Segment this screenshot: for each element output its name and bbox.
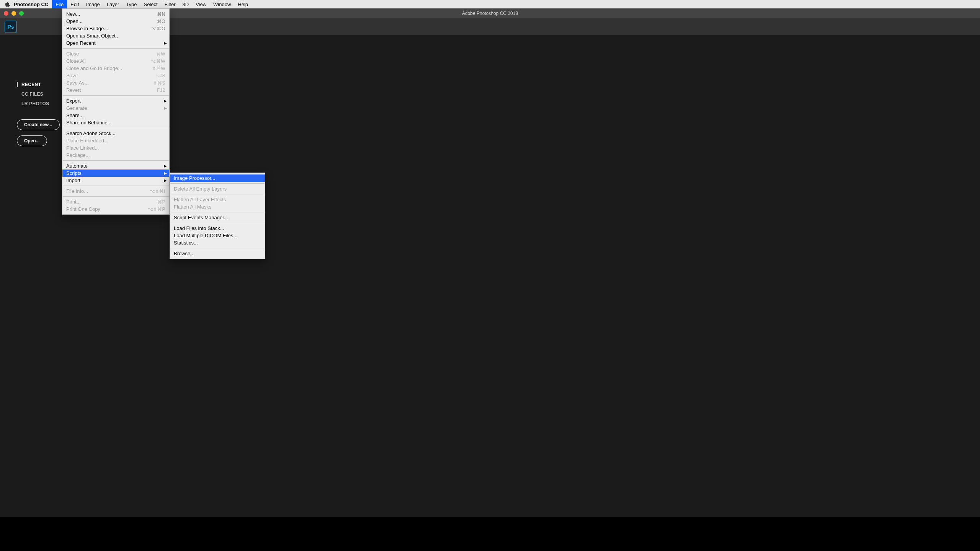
apple-logo-icon [5, 2, 10, 7]
menu-item-label: Share... [66, 112, 165, 118]
file-menu-item-open[interactable]: Open...⌘O [62, 18, 169, 25]
dock-area [0, 517, 980, 551]
scripts-menu-item-load-files-into-stack[interactable]: Load Files into Stack... [170, 225, 265, 232]
file-menu-item-automate[interactable]: Automate▶ [62, 162, 169, 170]
menu-item-label: Image Processor... [174, 175, 261, 181]
file-menu-item-export[interactable]: Export▶ [62, 97, 169, 104]
submenu-arrow-icon: ▶ [164, 171, 167, 175]
menu-item-shortcut: ⌘W [156, 51, 165, 57]
menu-item-label: Open as Smart Object... [66, 33, 165, 39]
file-menu-item-browse-in-bridge[interactable]: Browse in Bridge...⌥⌘O [62, 25, 169, 32]
menu-item-label: File Info... [66, 188, 150, 194]
menu-file[interactable]: File [52, 0, 67, 8]
menu-item-shortcut: ⌥⌘W [150, 59, 165, 64]
menu-item-label: Share on Behance... [66, 120, 165, 126]
menu-item-shortcut: ⌘P [157, 199, 165, 205]
menu-item-label: Place Linked... [66, 145, 165, 151]
file-menu-item-open-recent[interactable]: Open Recent▶ [62, 39, 169, 47]
menu-item-label: Open Recent [66, 40, 165, 46]
ps-home-icon[interactable]: Ps [5, 21, 17, 33]
file-menu-item-share[interactable]: Share... [62, 112, 169, 119]
window-title: Adobe Photoshop CC 2018 [462, 11, 518, 16]
file-menu-item-open-as-smart-object[interactable]: Open as Smart Object... [62, 32, 169, 39]
menu-help[interactable]: Help [234, 0, 252, 8]
file-menu-item-revert: RevertF12 [62, 86, 169, 94]
menu-item-shortcut: ⌥⇧⌘P [148, 207, 165, 212]
window-traffic-lights[interactable] [4, 11, 24, 16]
file-menu-item-place-embedded: Place Embedded... [62, 137, 169, 144]
menu-item-label: Print... [66, 199, 157, 205]
menu-type[interactable]: Type [122, 0, 140, 8]
menu-layer[interactable]: Layer [103, 0, 123, 8]
file-menu-item-save: Save⌘S [62, 72, 169, 79]
file-menu-item-close: Close⌘W [62, 50, 169, 57]
scripts-menu-item-statistics[interactable]: Statistics... [170, 239, 265, 246]
menu-item-shortcut: ⌘S [157, 73, 165, 78]
submenu-arrow-icon: ▶ [164, 106, 167, 110]
file-menu-item-place-linked: Place Linked... [62, 144, 169, 152]
menu-item-shortcut: F12 [157, 88, 165, 93]
scripts-submenu[interactable]: Image Processor...Delete All Empty Layer… [170, 173, 265, 259]
menu-item-label: Flatten All Layer Effects [174, 197, 261, 202]
zoom-window-icon[interactable] [19, 11, 24, 16]
menu-item-label: Browse... [174, 251, 261, 256]
scripts-menu-item-flatten-all-layer-effects: Flatten All Layer Effects [170, 196, 265, 203]
menu-item-label: Revert [66, 87, 157, 93]
menu-item-label: Save As... [66, 80, 153, 86]
menu-item-label: Browse in Bridge... [66, 26, 151, 31]
file-menu-item-package: Package... [62, 152, 169, 159]
menu-select[interactable]: Select [140, 0, 161, 8]
file-menu[interactable]: New...⌘NOpen...⌘OBrowse in Bridge...⌥⌘OO… [62, 8, 170, 215]
scripts-menu-separator [170, 248, 265, 248]
scripts-menu-separator [170, 183, 265, 184]
menu-filter[interactable]: Filter [161, 0, 179, 8]
app-name: Photoshop CC [14, 2, 48, 7]
file-menu-item-close-and-go-to-bridge: Close and Go to Bridge...⇧⌘W [62, 65, 169, 72]
file-menu-item-scripts[interactable]: Scripts▶ [62, 170, 169, 177]
scripts-menu-item-script-events-manager[interactable]: Script Events Manager... [170, 214, 265, 221]
menu-edit[interactable]: Edit [67, 0, 82, 8]
menu-item-label: Search Adobe Stock... [66, 130, 165, 136]
open-button[interactable]: Open... [17, 135, 47, 146]
file-menu-separator [63, 196, 169, 197]
scripts-menu-item-image-processor[interactable]: Image Processor... [170, 174, 265, 182]
scripts-menu-separator [170, 223, 265, 223]
menu-item-label: Open... [66, 18, 157, 24]
menu-item-label: Close [66, 51, 156, 57]
menu-item-shortcut: ⌘N [157, 11, 165, 17]
menu-image[interactable]: Image [83, 0, 103, 8]
menu-item-label: Statistics... [174, 240, 261, 246]
menu-item-label: Flatten All Masks [174, 204, 261, 210]
file-menu-item-share-on-behance[interactable]: Share on Behance... [62, 119, 169, 126]
file-menu-item-import[interactable]: Import▶ [62, 177, 169, 184]
menu-window[interactable]: Window [210, 0, 234, 8]
file-menu-item-search-adobe-stock[interactable]: Search Adobe Stock... [62, 130, 169, 137]
file-menu-separator [63, 186, 169, 186]
scripts-menu-item-browse[interactable]: Browse... [170, 250, 265, 257]
menu-item-label: Import [66, 178, 165, 183]
scripts-menu-item-flatten-all-masks: Flatten All Masks [170, 203, 265, 210]
close-window-icon[interactable] [4, 11, 8, 16]
menu-view[interactable]: View [192, 0, 210, 8]
scripts-menu-item-load-multiple-dicom-files[interactable]: Load Multiple DICOM Files... [170, 232, 265, 239]
minimize-window-icon[interactable] [11, 11, 16, 16]
menu-item-label: Export [66, 98, 165, 104]
file-menu-separator [63, 48, 169, 49]
mac-menubar: Photoshop CC FileEditImageLayerTypeSelec… [0, 0, 980, 8]
file-menu-item-new[interactable]: New...⌘N [62, 10, 169, 18]
menu-item-label: Close and Go to Bridge... [66, 65, 152, 71]
menu-item-label: Scripts [66, 170, 165, 176]
submenu-arrow-icon: ▶ [164, 41, 167, 45]
scripts-menu-item-delete-all-empty-layers: Delete All Empty Layers [170, 185, 265, 192]
file-menu-item-print: Print...⌘P [62, 198, 169, 205]
scripts-menu-separator [170, 194, 265, 194]
create-new-button[interactable]: Create new... [17, 119, 60, 130]
menu-item-label: Automate [66, 163, 165, 169]
submenu-arrow-icon: ▶ [164, 99, 167, 103]
file-menu-separator [63, 160, 169, 161]
scripts-menu-separator [170, 212, 265, 212]
file-menu-item-generate: Generate▶ [62, 104, 169, 112]
menu-item-shortcut: ⌥⇧⌘I [150, 189, 165, 194]
menu-item-label: Load Multiple DICOM Files... [174, 233, 261, 238]
menu-3d[interactable]: 3D [179, 0, 193, 8]
